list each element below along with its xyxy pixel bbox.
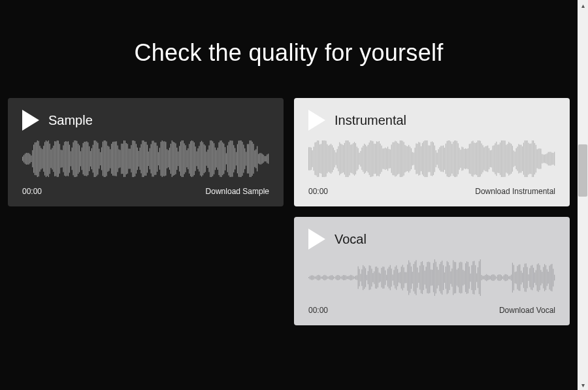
svg-rect-249	[369, 142, 370, 175]
svg-rect-356	[501, 140, 502, 177]
vocal-time: 00:00	[308, 306, 328, 315]
svg-rect-408	[318, 275, 319, 280]
svg-rect-498	[429, 262, 430, 293]
svg-rect-65	[103, 142, 103, 176]
svg-rect-596	[550, 265, 551, 291]
svg-rect-183	[248, 144, 249, 173]
svg-rect-373	[522, 146, 523, 171]
svg-rect-572	[521, 271, 521, 285]
svg-rect-502	[434, 259, 435, 296]
svg-rect-555	[500, 274, 500, 281]
download-vocal-link[interactable]: Download Vocal	[499, 306, 555, 315]
svg-rect-499	[431, 270, 431, 286]
svg-rect-516	[451, 268, 452, 287]
svg-rect-509	[443, 265, 444, 290]
svg-rect-450	[370, 266, 371, 289]
play-icon[interactable]	[22, 110, 39, 131]
svg-rect-593	[547, 269, 547, 285]
svg-rect-186	[252, 142, 253, 176]
vocal-waveform[interactable]	[308, 259, 555, 297]
scrollbar-track[interactable]	[578, 10, 588, 380]
svg-rect-240	[358, 148, 359, 169]
scroll-up-arrow[interactable]: ▴	[578, 0, 588, 10]
svg-rect-418	[331, 275, 331, 280]
svg-rect-519	[455, 262, 456, 293]
svg-rect-494	[425, 270, 425, 284]
svg-rect-290	[419, 142, 420, 175]
svg-rect-567	[515, 272, 515, 283]
svg-rect-304	[437, 153, 438, 165]
play-icon[interactable]	[308, 229, 325, 250]
sample-waveform[interactable]	[22, 140, 269, 178]
svg-rect-312	[447, 141, 448, 176]
svg-rect-184	[250, 140, 250, 177]
svg-rect-284	[412, 152, 413, 166]
svg-rect-490	[419, 266, 420, 290]
svg-rect-214	[325, 141, 326, 177]
svg-rect-370	[518, 144, 519, 173]
svg-rect-23	[50, 150, 51, 168]
svg-rect-104	[151, 144, 152, 174]
svg-rect-122	[173, 142, 174, 176]
svg-rect-123	[174, 142, 174, 175]
svg-rect-97	[142, 140, 142, 177]
svg-rect-204	[314, 147, 314, 171]
svg-rect-101	[147, 145, 148, 173]
svg-rect-465	[389, 267, 389, 289]
svg-rect-25	[53, 146, 54, 172]
svg-rect-170	[232, 140, 233, 176]
svg-rect-116	[165, 142, 166, 176]
svg-rect-14	[39, 146, 40, 172]
svg-rect-287	[416, 143, 416, 174]
vertical-scrollbar[interactable]: ▴ ▾	[578, 0, 588, 390]
instrumental-waveform[interactable]	[308, 140, 555, 178]
download-instrumental-link[interactable]: Download Instrumental	[475, 187, 555, 196]
svg-rect-11	[36, 142, 37, 176]
svg-rect-504	[437, 267, 438, 289]
svg-rect-487	[416, 260, 416, 295]
svg-rect-172	[235, 148, 235, 170]
svg-rect-288	[417, 144, 417, 174]
svg-rect-100	[146, 142, 146, 176]
svg-rect-296	[427, 140, 427, 177]
svg-rect-524	[461, 262, 462, 293]
download-sample-link[interactable]: Download Sample	[206, 187, 269, 196]
scroll-down-arrow[interactable]: ▾	[578, 380, 588, 390]
svg-rect-162	[222, 142, 223, 175]
svg-rect-133	[186, 150, 187, 167]
svg-rect-582	[533, 268, 534, 287]
svg-rect-163	[223, 144, 224, 174]
svg-rect-442	[360, 274, 361, 281]
instrumental-card: Instrumental 00:00 Download Instrumental	[294, 98, 570, 206]
svg-rect-90	[133, 140, 134, 177]
svg-rect-507	[440, 262, 441, 293]
svg-rect-497	[428, 262, 429, 294]
svg-rect-29	[58, 140, 59, 176]
svg-rect-485	[414, 264, 414, 291]
svg-rect-588	[540, 270, 541, 285]
svg-rect-437	[354, 277, 355, 279]
svg-rect-345	[487, 146, 488, 172]
svg-rect-310	[444, 148, 445, 170]
svg-rect-283	[411, 148, 412, 169]
svg-rect-252	[372, 141, 373, 176]
svg-rect-280	[407, 146, 408, 171]
svg-rect-130	[183, 140, 184, 177]
svg-rect-344	[486, 146, 487, 171]
svg-rect-428	[343, 275, 344, 280]
svg-rect-480	[407, 265, 408, 291]
svg-rect-37	[68, 141, 69, 176]
svg-rect-6	[29, 154, 30, 163]
svg-rect-478	[404, 272, 405, 284]
scrollbar-thumb[interactable]	[578, 144, 587, 197]
svg-rect-579	[529, 268, 530, 287]
svg-rect-394	[548, 152, 549, 166]
svg-rect-79	[120, 150, 120, 168]
svg-rect-46	[79, 145, 80, 172]
svg-rect-209	[319, 144, 320, 173]
play-icon[interactable]	[308, 110, 325, 131]
svg-rect-173	[236, 152, 237, 166]
svg-rect-426	[340, 277, 341, 279]
svg-rect-210	[321, 144, 321, 173]
svg-rect-425	[339, 276, 340, 280]
